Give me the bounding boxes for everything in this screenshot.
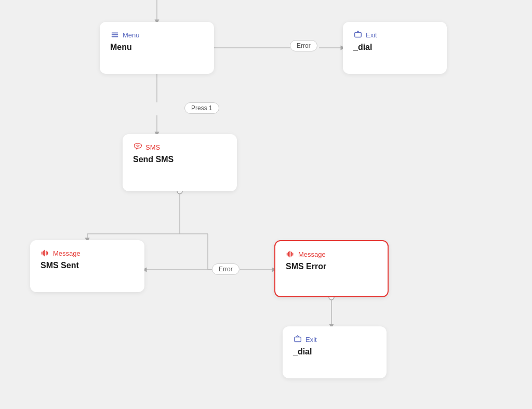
exit-bottom-header: Exit xyxy=(293,335,376,344)
exit-bottom-title: _dial xyxy=(293,347,376,357)
exit-top-type-label: Exit xyxy=(366,31,377,39)
svg-rect-27 xyxy=(289,251,290,258)
sms-error-header: Message xyxy=(286,249,377,259)
send-sms-type-label: SMS xyxy=(145,143,160,151)
exit-bottom-type-label: Exit xyxy=(305,336,317,344)
message-sent-icon xyxy=(41,248,50,258)
exit-dial-top-node[interactable]: Exit _dial xyxy=(343,22,447,74)
svg-rect-17 xyxy=(112,34,118,35)
sms-sent-type-label: Message xyxy=(53,249,81,257)
sms-error-type-label: Message xyxy=(298,250,326,258)
svg-rect-19 xyxy=(355,33,362,37)
sms-icon xyxy=(133,142,142,152)
exit-dial-bottom-node[interactable]: Exit _dial xyxy=(283,326,387,378)
send-sms-node[interactable]: SMS Send SMS xyxy=(123,134,237,191)
menu-type-label: Menu xyxy=(123,31,140,39)
send-sms-header: SMS xyxy=(133,142,227,152)
svg-rect-18 xyxy=(112,36,118,37)
exit-top-title: _dial xyxy=(353,43,436,52)
menu-node[interactable]: Menu Menu xyxy=(100,22,214,74)
svg-rect-23 xyxy=(46,251,47,256)
svg-rect-20 xyxy=(42,252,43,254)
sms-error-title: SMS Error xyxy=(286,262,377,271)
press1-label: Press 1 xyxy=(184,102,219,114)
exit-top-icon xyxy=(353,30,363,39)
sms-sent-node[interactable]: Message SMS Sent xyxy=(30,240,144,292)
exit-top-header: Exit xyxy=(353,30,436,39)
svg-rect-30 xyxy=(295,337,301,342)
send-sms-title: Send SMS xyxy=(133,155,227,164)
svg-rect-26 xyxy=(288,252,289,257)
svg-rect-28 xyxy=(291,252,292,257)
sms-sent-title: SMS Sent xyxy=(41,261,134,270)
error-label-top: Error xyxy=(290,40,317,51)
svg-rect-25 xyxy=(287,253,288,255)
menu-title: Menu xyxy=(110,43,204,52)
svg-rect-24 xyxy=(47,252,48,254)
svg-rect-29 xyxy=(292,253,294,255)
error-label-bottom: Error xyxy=(212,263,240,275)
sms-sent-header: Message xyxy=(41,248,134,258)
svg-rect-21 xyxy=(43,251,44,256)
svg-rect-22 xyxy=(44,250,45,257)
exit-bottom-icon xyxy=(293,335,302,344)
svg-rect-16 xyxy=(112,33,118,34)
connections-svg xyxy=(0,0,532,409)
menu-node-header: Menu xyxy=(110,30,204,39)
sms-error-node[interactable]: Message SMS Error xyxy=(274,240,389,297)
menu-icon xyxy=(110,30,119,39)
flow-canvas: Menu Menu Exit _dial Error Press 1 SMS xyxy=(0,0,532,409)
message-error-icon xyxy=(286,249,295,259)
